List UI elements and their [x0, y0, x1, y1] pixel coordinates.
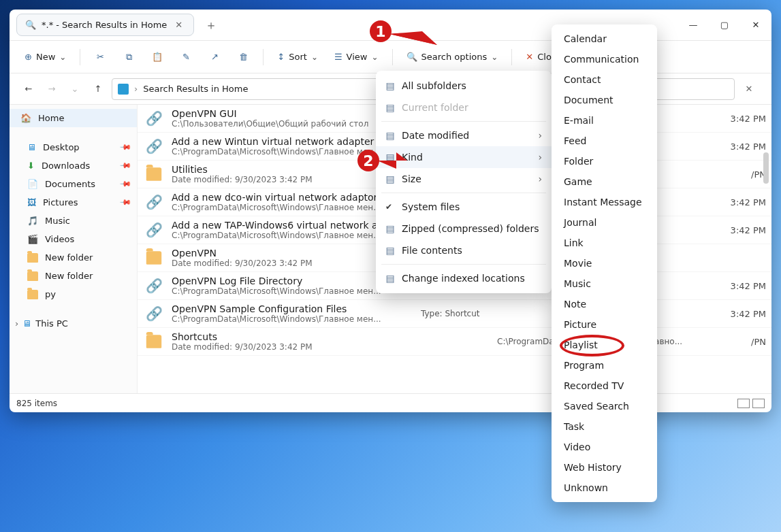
kind-option-picture[interactable]: Picture — [552, 314, 657, 335]
kind-option-note[interactable]: Note — [552, 294, 657, 314]
sidebar-home-label: Home — [38, 113, 64, 123]
item-count: 825 items — [16, 399, 57, 408]
sidebar-item-pictures[interactable]: 🖼Pictures📌 — [10, 193, 137, 212]
view-mode-switch[interactable] — [737, 399, 765, 408]
close-window-button[interactable]: ✕ — [740, 15, 771, 35]
menu-separator — [381, 121, 546, 122]
paste-icon: 📋 — [152, 52, 163, 62]
kind-option-calendar[interactable]: Calendar — [552, 29, 657, 49]
result-row[interactable]: 🔗OpenVPN Sample Configuration FilesC:\Pr… — [138, 300, 771, 328]
kind-option-recorded-tv[interactable]: Recorded TV — [552, 376, 657, 396]
kind-option-video[interactable]: Video — [552, 437, 657, 457]
sidebar-home[interactable]: 🏠 Home — [10, 109, 137, 127]
kind-option-feed[interactable]: Feed — [552, 131, 657, 151]
sort-button[interactable]: ↕ Sort — [272, 48, 323, 66]
new-tab-button[interactable]: ＋ — [205, 17, 217, 33]
sidebar-item-documents[interactable]: 📄Documents📌 — [10, 175, 137, 193]
menu-separator — [381, 264, 546, 265]
search-option-change-indexed-locations[interactable]: ▤Change indexed locations — [376, 267, 552, 289]
kind-option-communication[interactable]: Communication — [552, 49, 657, 69]
sidebar-item-downloads[interactable]: ⬇Downloads📌 — [10, 156, 137, 175]
maximize-button[interactable]: ▢ — [709, 15, 740, 35]
pin-icon: 📌 — [118, 159, 131, 172]
menu-item-label: Zipped (compressed) folders — [402, 223, 539, 234]
search-options-menu: ▤All subfolders▤Current folder▤Date modi… — [376, 71, 552, 293]
kind-option-music[interactable]: Music — [552, 273, 657, 294]
details-view-icon[interactable] — [737, 399, 750, 408]
shortcut-icon: 🔗 — [146, 222, 163, 238]
sidebar-item-newfolder2[interactable]: New folder — [10, 267, 137, 285]
kind-option-game[interactable]: Game — [552, 171, 657, 192]
new-label: New — [36, 52, 55, 62]
home-icon: 🏠 — [20, 113, 31, 123]
rename-button[interactable]: ✎ — [174, 48, 197, 66]
sidebar-item-music[interactable]: 🎵Music — [10, 212, 137, 230]
kind-option-web-history[interactable]: Web History — [552, 457, 657, 478]
kind-option-task[interactable]: Task — [552, 416, 657, 437]
sort-label: Sort — [289, 52, 307, 62]
search-option-file-contents[interactable]: ▤File contents — [376, 239, 552, 261]
shortcut-icon: 🔗 — [146, 305, 163, 322]
new-button[interactable]: ⊕ New — [19, 48, 71, 66]
menu-item-label: System files — [402, 201, 460, 212]
kind-option-saved-search[interactable]: Saved Search — [552, 396, 657, 416]
close-tab-icon[interactable]: ✕ — [172, 18, 185, 31]
kind-option-movie[interactable]: Movie — [552, 253, 657, 273]
delete-button[interactable]: 🗑 — [232, 48, 255, 66]
chevron-right-icon: › — [538, 173, 542, 184]
view-button[interactable]: ☰ View — [329, 48, 384, 66]
kind-option-contact[interactable]: Contact — [552, 69, 657, 90]
search-option-zipped-compressed-folders[interactable]: ▤Zipped (compressed) folders — [376, 218, 552, 239]
tree-icon: ▤ — [384, 80, 396, 91]
kind-option-instant-message[interactable]: Instant Message — [552, 192, 657, 212]
clear-search-button[interactable]: ✕ — [739, 79, 759, 99]
search-option-all-subfolders[interactable]: ▤All subfolders — [376, 75, 552, 97]
kind-option-program[interactable]: Program — [552, 355, 657, 376]
copy-button[interactable]: ⧉ — [117, 48, 140, 67]
kind-option-link[interactable]: Link — [552, 233, 657, 253]
sidebar-item-desktop[interactable]: 🖥Desktop📌 — [10, 138, 137, 156]
result-date: 3:42 PM — [701, 114, 766, 124]
search-option-date-modified[interactable]: ▤Date modified› — [376, 124, 552, 146]
sidebar-item-videos[interactable]: 🎬Videos — [10, 230, 137, 248]
chevron-down-icon — [59, 52, 66, 62]
chevron-right-icon: › — [134, 84, 138, 94]
kind-option-e-mail[interactable]: E-mail — [552, 110, 657, 131]
forward-button[interactable]: → — [42, 80, 61, 99]
back-button[interactable]: ← — [19, 80, 38, 99]
documents-icon: 📄 — [27, 179, 38, 189]
folder-icon: ▤ — [384, 102, 396, 113]
pin-icon: 📌 — [118, 196, 131, 209]
menu-item-label: Current folder — [402, 102, 468, 113]
scrollbar[interactable] — [762, 105, 770, 393]
paste-button[interactable]: 📋 — [146, 48, 169, 66]
kind-option-folder[interactable]: Folder — [552, 151, 657, 171]
desktop-icon: 🖥 — [27, 142, 36, 152]
search-option-size[interactable]: ▤Size› — [376, 168, 552, 190]
result-type: Type: Shortcut — [421, 309, 489, 318]
sidebar: 🏠 Home 🖥Desktop📌 ⬇Downloads📌 📄Documents📌… — [10, 105, 138, 393]
status-bar: 825 items — [10, 393, 771, 412]
sidebar-this-pc-label: This PC — [35, 318, 68, 329]
minimize-button[interactable]: — — [678, 15, 709, 35]
scroll-thumb[interactable] — [763, 152, 769, 184]
sidebar-this-pc[interactable]: › 🖥 This PC — [10, 314, 137, 333]
calendar-icon: ▤ — [384, 130, 396, 141]
active-tab[interactable]: 🔍 *.* - Search Results in Home ✕ — [16, 14, 194, 36]
up-button[interactable]: ↑ — [89, 80, 108, 99]
kind-option-document[interactable]: Document — [552, 90, 657, 110]
result-row[interactable]: ShortcutsDate modified: 9/30/2023 3:42 P… — [138, 328, 771, 356]
search-option-system-files[interactable]: ✔System files — [376, 196, 552, 218]
cut-button[interactable]: ✂ — [89, 48, 112, 66]
kind-option-unknown[interactable]: Unknown — [552, 478, 657, 498]
pin-icon: 📌 — [118, 178, 131, 190]
recent-button[interactable]: ⌄ — [65, 80, 84, 99]
share-button[interactable]: ↗ — [203, 48, 226, 66]
chevron-down-icon — [311, 52, 318, 62]
folder-icon — [146, 251, 161, 265]
thumbnails-view-icon[interactable] — [752, 399, 765, 408]
kind-option-journal[interactable]: Journal — [552, 212, 657, 233]
result-title: Shortcuts — [172, 331, 413, 342]
sidebar-item-newfolder1[interactable]: New folder — [10, 248, 137, 267]
sidebar-item-py[interactable]: py — [10, 285, 137, 303]
